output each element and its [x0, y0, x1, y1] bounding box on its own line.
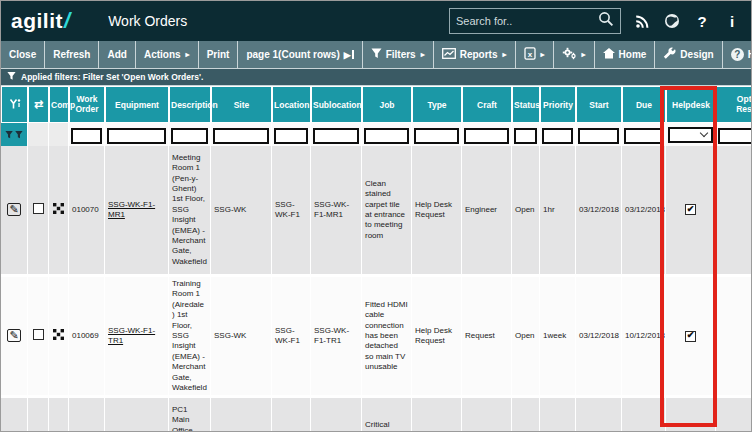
helpdesk-filter-dropdown[interactable] [668, 127, 713, 143]
start-filter-input[interactable] [578, 128, 619, 144]
filters-button[interactable]: Filters ▸ [363, 41, 434, 68]
site-filter-input[interactable] [213, 128, 269, 144]
cell-site: SSG-WK [211, 398, 272, 432]
search-icon[interactable] [598, 11, 614, 31]
column-header-helpdesk[interactable]: Helpdesk [666, 86, 716, 123]
search-box[interactable] [449, 8, 621, 34]
cell-description: PC1 Main Office - SSG Insight (EMEA) - M… [169, 398, 211, 432]
cell-work-order: 010070 [69, 146, 105, 277]
edit-icon[interactable]: ✎ [7, 329, 21, 342]
caret-right-icon: ▸ [582, 50, 586, 59]
description-filter-input[interactable] [171, 128, 208, 144]
completion-checkered-icon[interactable] [53, 203, 64, 214]
table-row: ✎ 010070 SSG-WK-F1-MR1 Meeting Room 1 (P… [1, 146, 752, 277]
cell-sublocation [311, 398, 362, 432]
column-header-priority[interactable]: Priority [540, 86, 576, 123]
column-header-comp[interactable]: Comp [49, 86, 69, 123]
page-indicator[interactable]: page 1(Count rows) ▶ [238, 41, 362, 68]
cell-craft: Request [462, 277, 512, 398]
design-button[interactable]: Design [655, 41, 722, 68]
column-header-site[interactable]: Site [211, 86, 272, 123]
filter-cell-type [412, 123, 462, 146]
column-header-location[interactable]: Location [272, 86, 311, 123]
rss-icon[interactable] [633, 14, 651, 29]
actions-button[interactable]: Actions ▸ [136, 41, 199, 68]
job-filter-input[interactable] [364, 128, 409, 144]
reports-button[interactable]: Reports ▸ [434, 41, 516, 68]
status-filter-input[interactable] [514, 128, 537, 144]
toolbar: Close Refresh Add Actions ▸ Print page 1… [1, 41, 751, 69]
column-header-equipment[interactable]: Equipment [105, 86, 169, 123]
column-header-type[interactable]: Type [412, 86, 462, 123]
cell-description: Training Room 1 (Airedale ) 1st Floor, S… [169, 277, 211, 398]
column-header-craft[interactable]: Craft [462, 86, 512, 123]
filter-cell-site [211, 123, 272, 146]
add-button[interactable]: Add [99, 41, 135, 68]
priority-filter-input[interactable] [542, 128, 573, 144]
agility-logo[interactable]: agilit / [11, 8, 70, 34]
settings-button[interactable]: ▸ [554, 41, 595, 68]
filter-cell-status [512, 123, 540, 146]
edit-icon[interactable]: ✎ [7, 203, 21, 216]
equipment-link[interactable]: SSG-WK-F1-MR1 [108, 200, 155, 219]
equipment-link[interactable]: SSG-WK-F1-TR1 [108, 326, 155, 345]
help-icon[interactable]: ? [693, 13, 711, 30]
top-bar: agilit / Work Orders [1, 1, 751, 41]
cell-sublocation: SSG-WK-F1-TR1 [311, 277, 362, 398]
equipment-filter-input[interactable] [107, 128, 166, 144]
cell-equipment: SSG-WK-F1-MR1 [105, 146, 169, 277]
cell-work-order: 010068 [69, 398, 105, 432]
cell-comp [49, 146, 69, 277]
info-icon[interactable]: i [723, 13, 741, 30]
search-input[interactable] [456, 15, 598, 27]
applied-filters-bar: Applied filters: Filter Set 'Open Work O… [1, 69, 751, 86]
cell-craft: Request [462, 398, 512, 432]
cell-select [28, 277, 49, 398]
column-header-due[interactable]: Due [622, 86, 666, 123]
help-button[interactable]: ? He [723, 41, 752, 68]
cell-priority: 1hr [540, 146, 576, 277]
type-filter-input[interactable] [414, 128, 459, 144]
column-header-sublocation[interactable]: Sublocation [311, 86, 362, 123]
cell-comp [49, 398, 69, 432]
globe-icon[interactable] [663, 13, 681, 29]
column-header-row-tools[interactable] [1, 86, 28, 123]
cell-sublocation: SSG-WK-F1-MR1 [311, 146, 362, 277]
cell-helpdesk: ✔ [666, 277, 716, 398]
completion-checkered-icon[interactable] [53, 329, 64, 340]
filter-cell-craft [462, 123, 512, 146]
apply-filters-cell[interactable] [1, 123, 28, 146]
filter-cell-sublocation [311, 123, 362, 146]
cell-type: Help Desk Request [412, 398, 462, 432]
wrench-icon [663, 47, 676, 62]
column-header-job[interactable]: Job [362, 86, 412, 123]
column-header-status[interactable]: Status [512, 86, 540, 123]
column-header-optimum-resource[interactable]: Optimum Resource [716, 86, 752, 123]
row-checkbox[interactable] [33, 329, 44, 340]
close-button[interactable]: Close [1, 41, 45, 68]
cell-status: Open [512, 398, 540, 432]
location-filter-input[interactable] [274, 128, 308, 144]
craft-filter-input[interactable] [464, 128, 509, 144]
excel-export-button[interactable]: x ▸ [516, 41, 554, 68]
cell-optimum-resource [716, 146, 752, 277]
excel-icon: x [524, 47, 536, 62]
sublocation-filter-input[interactable] [313, 128, 359, 144]
last-page-icon[interactable]: ▶ [344, 50, 354, 60]
logo-slash-icon: / [64, 8, 70, 34]
column-header-description[interactable]: Description [169, 86, 211, 123]
caret-right-icon: ▸ [186, 50, 190, 59]
column-header-refresh[interactable]: ⇄ [28, 86, 49, 123]
gears-icon [562, 47, 577, 62]
filter-cell-equipment [105, 123, 169, 146]
cell-location: SSG-WK-F1 [272, 277, 311, 398]
filter-empty-cell [49, 123, 69, 146]
print-button[interactable]: Print [199, 41, 239, 68]
column-header-start[interactable]: Start [576, 86, 622, 123]
optimum-resource-filter-input[interactable] [718, 128, 752, 144]
due-filter-input[interactable] [624, 128, 663, 144]
home-button[interactable]: Home [595, 41, 656, 68]
row-checkbox[interactable] [33, 203, 44, 214]
work-order-filter-input[interactable] [71, 128, 102, 144]
refresh-button[interactable]: Refresh [45, 41, 99, 68]
